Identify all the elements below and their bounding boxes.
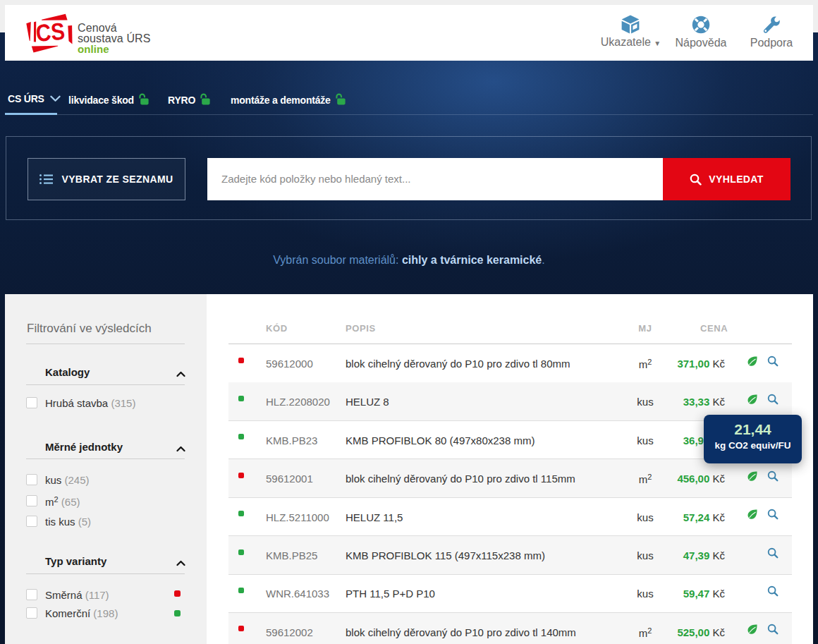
svg-text:CS: CS [35,18,66,47]
